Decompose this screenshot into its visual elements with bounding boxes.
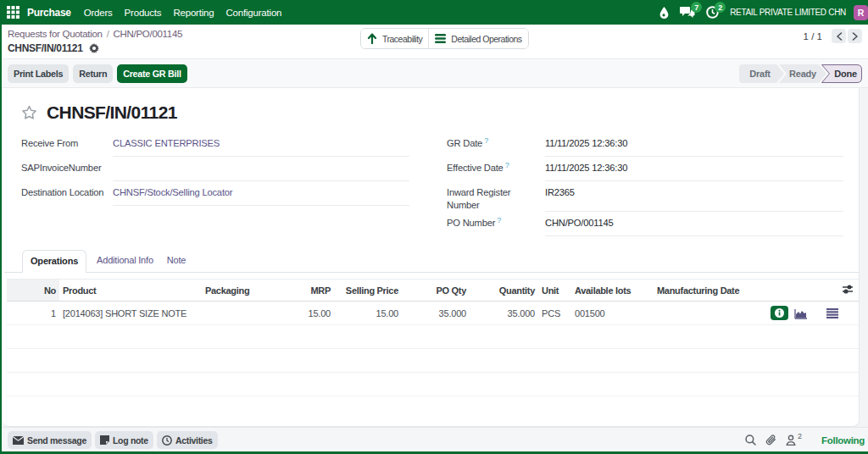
arrow-up-icon xyxy=(367,33,377,44)
traceability-label: Traceability xyxy=(382,34,422,44)
cell-packaging xyxy=(202,302,280,324)
status-ready[interactable]: Ready xyxy=(779,64,826,83)
droplet-icon[interactable] xyxy=(659,7,669,19)
following-button[interactable]: Following xyxy=(821,435,865,446)
optional-columns-icon[interactable] xyxy=(843,285,853,296)
field-destination-location: Destination Location CHNSF/Stock/Selling… xyxy=(21,181,409,206)
breadcrumb-separator: / xyxy=(103,29,114,39)
log-note-label: Log note xyxy=(113,435,148,446)
top-navbar: Purchase Orders Products Reporting Confi… xyxy=(0,0,868,25)
field-value[interactable]: IR2365 xyxy=(545,186,843,212)
cell-manufacturing-date xyxy=(653,302,754,324)
col-header-manufacturing-date[interactable]: Manufacturing Date xyxy=(653,280,754,301)
menu-reporting[interactable]: Reporting xyxy=(167,8,220,18)
field-po-number: PO Number? CHN/PO/001145 xyxy=(447,212,843,236)
favorite-star-icon[interactable] xyxy=(21,105,37,120)
col-header-quantity[interactable]: Quantity xyxy=(470,280,538,301)
form-view: CHNSF/IN/01121 Receive From CLASSIC ENTE… xyxy=(2,88,868,451)
log-note-button[interactable]: Log note xyxy=(95,431,153,449)
detailed-operations-button[interactable]: Detailed Operations xyxy=(428,29,527,48)
cell-selling-price: 15.00 xyxy=(334,302,402,324)
clock-icon xyxy=(162,435,172,446)
cell-mrp: 15.00 xyxy=(280,302,334,324)
activity-clock-icon[interactable]: 2 xyxy=(706,6,719,19)
help-icon: ? xyxy=(505,161,509,169)
tab-note[interactable]: Note xyxy=(164,250,189,272)
apps-grid-icon[interactable] xyxy=(7,6,19,19)
cell-no: 1 xyxy=(7,302,59,324)
empty-row[interactable] xyxy=(7,396,859,427)
col-header-selling-price[interactable]: Selling Price xyxy=(334,280,402,301)
col-header-available-lots[interactable]: Available lots xyxy=(570,280,653,301)
col-header-mrp[interactable]: MRP xyxy=(280,280,334,301)
note-icon xyxy=(100,435,109,445)
tab-additional-info[interactable]: Additional Info xyxy=(93,250,157,272)
table-header-row: No Product Packaging MRP Selling Price P… xyxy=(7,279,859,302)
statusbar: Print Labels Return Create GR Bill Draft… xyxy=(2,58,868,88)
tab-operations[interactable]: Operations xyxy=(22,250,86,273)
empty-row[interactable] xyxy=(7,349,859,373)
cell-unit: PCS xyxy=(538,302,570,324)
app-name[interactable]: Purchase xyxy=(27,7,71,19)
field-label: Inward Register Number xyxy=(447,186,545,212)
field-value[interactable]: 11/11/2025 12:36:30 xyxy=(545,137,843,157)
cell-po-qty: 35.000 xyxy=(402,302,470,324)
return-button[interactable]: Return xyxy=(73,64,113,83)
messages-badge: 7 xyxy=(691,2,702,13)
breadcrumb-current[interactable]: CHN/PO/001145 xyxy=(114,29,183,39)
menu-configuration[interactable]: Configuration xyxy=(220,8,287,18)
pager-next-button[interactable] xyxy=(848,29,862,43)
status-done[interactable]: Done xyxy=(829,64,862,83)
table-row[interactable]: 1 [2014063] SHORT SIZE NOTE 15.00 15.00 … xyxy=(7,302,859,325)
notebook-tabs: Operations Additional Info Note xyxy=(4,251,859,273)
help-icon: ? xyxy=(497,216,501,224)
area-chart-icon[interactable] xyxy=(794,307,808,319)
empty-row[interactable] xyxy=(7,325,859,349)
record-title: CHNSF/IN/01121 xyxy=(47,102,177,123)
field-value[interactable]: 11/11/2025 12:36:30 xyxy=(545,162,843,181)
col-header-product[interactable]: Product xyxy=(59,280,202,301)
list-details-icon[interactable] xyxy=(826,308,838,318)
attachments-icon[interactable] xyxy=(765,435,776,446)
col-header-unit[interactable]: Unit xyxy=(538,280,570,301)
window-frame-left xyxy=(0,25,2,454)
col-header-po-qty[interactable]: PO Qty xyxy=(402,280,470,301)
field-label: Receive From xyxy=(21,137,113,157)
menu-orders[interactable]: Orders xyxy=(78,8,119,18)
field-value[interactable]: CLASSIC ENTERPRISES xyxy=(113,137,409,157)
help-icon: ? xyxy=(484,136,488,145)
create-gr-bill-button[interactable]: Create GR Bill xyxy=(117,64,186,83)
traceability-button[interactable]: Traceability xyxy=(361,29,428,48)
envelope-icon xyxy=(13,436,24,445)
activities-button[interactable]: Activities xyxy=(157,431,218,449)
cell-product: [2014063] SHORT SIZE NOTE xyxy=(59,302,202,324)
lot-info-button[interactable] xyxy=(771,306,788,320)
search-messages-icon[interactable] xyxy=(745,435,756,446)
pager-previous-button[interactable] xyxy=(832,29,846,43)
field-receive-from: Receive From CLASSIC ENTERPRISES xyxy=(21,132,409,157)
form-sheet: CHNSF/IN/01121 Receive From CLASSIC ENTE… xyxy=(3,88,860,427)
field-value[interactable] xyxy=(113,162,409,181)
status-draft[interactable]: Draft xyxy=(739,64,781,83)
pager: 1 / 1 xyxy=(804,29,862,43)
field-value[interactable]: CHN/PO/001145 xyxy=(545,217,843,236)
field-label: Destination Location xyxy=(21,186,113,206)
user-avatar[interactable]: R xyxy=(854,5,868,20)
field-value[interactable]: CHNSF/Stock/Selling Locator xyxy=(113,186,409,206)
empty-row[interactable] xyxy=(7,373,859,396)
menu-products[interactable]: Products xyxy=(119,8,168,18)
col-header-no[interactable]: No xyxy=(7,280,59,301)
company-name[interactable]: RETAIL PRIVATE LIMITED CHN xyxy=(730,8,846,17)
view-button-box: Traceability Detailed Operations xyxy=(360,28,529,49)
gear-icon[interactable] xyxy=(89,43,99,53)
chatter-bar: Send message Log note Activities 2 Follo… xyxy=(2,427,868,451)
messages-icon[interactable]: 7 xyxy=(680,6,695,19)
print-labels-button[interactable]: Print Labels xyxy=(8,64,69,83)
send-message-button[interactable]: Send message xyxy=(8,431,92,449)
followers-icon[interactable]: 2 xyxy=(786,435,802,446)
control-panel: Requests for Quotation / CHN/PO/001145 C… xyxy=(2,25,868,58)
cell-quantity: 35.000 xyxy=(470,302,538,324)
field-label: PO Number? xyxy=(447,217,545,236)
col-header-packaging[interactable]: Packaging xyxy=(202,280,280,301)
breadcrumb-parent[interactable]: Requests for Quotation xyxy=(8,29,103,39)
